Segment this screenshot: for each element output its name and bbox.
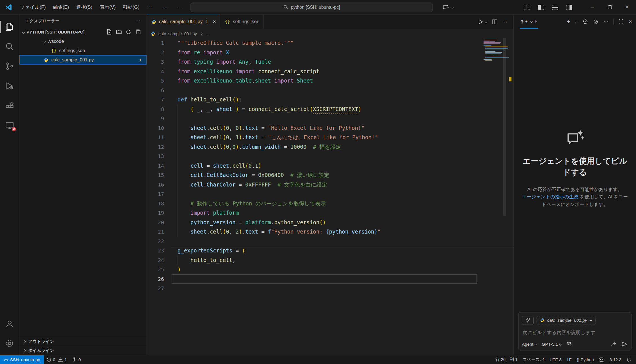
code-line-8[interactable]: 8 ( _, _, sheet ) = connect_calc_script(… [147, 105, 513, 114]
code-line-10[interactable]: 10 sheet.cell(0, 0).text = "Hello Excel … [147, 123, 513, 133]
timeline-section[interactable]: タイムライン [19, 346, 147, 355]
code-line-7[interactable]: 7def hello_to_cell(): [147, 95, 513, 105]
status-notifications[interactable] [624, 355, 634, 364]
generate-instructions-link[interactable]: エージェントの指示の生成 [522, 194, 579, 199]
remote-indicator[interactable]: >< SSH: ubuntu-pc [0, 355, 44, 364]
code-line-5[interactable]: 5from excellikeuno.table.sheet import Sh… [147, 76, 513, 86]
activity-search-icon[interactable] [0, 37, 19, 56]
explorer-more-actions[interactable]: ⋯ [135, 18, 141, 24]
chat-input-box[interactable]: calc_sample_001.py + 次にビルドする内容を説明します Age… [518, 312, 631, 350]
status-indentation[interactable]: スペース: 4 [520, 355, 547, 364]
chevron-down-icon[interactable] [575, 20, 578, 23]
status-language[interactable]: {} Python [574, 355, 596, 364]
send-icon[interactable] [621, 341, 628, 347]
status-cursor-position[interactable]: 行 26、列 1 [493, 355, 520, 364]
status-copilot-status[interactable] [596, 355, 607, 364]
code-line-4[interactable]: 4from excellikeuno import connect_calc_s… [147, 67, 513, 76]
attach-context-button[interactable] [522, 316, 534, 325]
maximize-button[interactable] [601, 0, 619, 15]
editor-scrollbar[interactable] [503, 38, 506, 216]
maximize-panel-icon[interactable] [619, 19, 624, 24]
code-line-11[interactable]: 11 sheet.cell(0, 1).text = "こんにちは、Excel … [147, 133, 513, 142]
history-icon[interactable] [582, 19, 588, 25]
activity-extensions-icon[interactable] [0, 96, 19, 116]
chat-input-placeholder[interactable]: 次にビルドする内容を説明します [522, 329, 627, 336]
breadcrumb-file[interactable]: calc_sample_001.py [158, 31, 197, 36]
code-line-25[interactable]: 25) [147, 265, 513, 274]
status-eol[interactable]: LF [564, 355, 574, 364]
customize-layout-icon[interactable] [524, 5, 530, 10]
activity-settings-icon[interactable] [0, 334, 19, 353]
code-line-18[interactable]: 18 # 動作している Python のバージョンを取得して表示 [147, 199, 513, 208]
minimap[interactable] [484, 40, 508, 64]
close-panel-icon[interactable]: ✕ [628, 19, 632, 24]
breadcrumbs[interactable]: calc_sample_001.py ... [147, 29, 513, 38]
breadcrumb-more[interactable]: ... [205, 31, 209, 36]
code-line-2[interactable]: 2from re import X [147, 48, 513, 57]
ports-indicator[interactable]: 0 [69, 355, 83, 364]
status-encoding[interactable]: UTF-8 [547, 355, 564, 364]
context-file-chip[interactable]: calc_sample_001.py + [537, 316, 596, 325]
activity-remote-explorer-icon[interactable]: ✕ [0, 116, 19, 135]
more-actions-icon[interactable]: ⋯ [502, 19, 508, 25]
back-button[interactable]: ← [163, 4, 169, 10]
menu-s[interactable]: 選択(S) [73, 2, 96, 12]
code-line-3[interactable]: 3from typing import Any, Tuple [147, 57, 513, 67]
activity-run-debug-icon[interactable] [0, 76, 19, 96]
code-line-14[interactable]: 14 cell = sheet.cell(0,1) [147, 161, 513, 171]
activity-explorer-icon[interactable] [0, 17, 19, 37]
code-line-20[interactable]: 20 python_version = platform.python_vers… [147, 218, 513, 227]
chat-more-actions[interactable]: ⋯ [603, 19, 609, 25]
chat-tab[interactable]: チャット [520, 15, 538, 29]
code-line-23[interactable]: 23g_exportedScripts = ( [147, 246, 513, 256]
code-line-1[interactable]: 1"""LibreOffice Calc sample macro.""" [147, 38, 513, 48]
collapse-all-icon[interactable] [135, 29, 141, 35]
close-button[interactable]: ✕ [619, 0, 636, 15]
tree-item-calc_sample_001-py[interactable]: calc_sample_001.py1 [19, 55, 147, 65]
code-line-27[interactable]: 27 [147, 284, 513, 293]
command-center-search[interactable]: python [SSH: ubuntu-pc] [190, 3, 433, 12]
code-line-13[interactable]: 13 [147, 152, 513, 161]
menu-v[interactable]: 表示(V) [96, 2, 119, 12]
menu-[interactable]: ⋯ [143, 2, 155, 12]
outline-section[interactable]: アウトライン [19, 337, 147, 346]
toggle-primary-sidebar-icon[interactable] [538, 5, 544, 10]
run-python-file-button[interactable] [478, 19, 487, 25]
code-editor[interactable]: 1"""LibreOffice Calc sample macro."""2fr… [147, 38, 513, 355]
activity-account-icon[interactable] [0, 314, 19, 334]
new-folder-icon[interactable] [116, 29, 122, 35]
menu-e[interactable]: 編集(E) [49, 2, 73, 12]
toggle-secondary-sidebar-icon[interactable] [566, 5, 572, 10]
code-line-24[interactable]: 24 hello_to_cell, [147, 256, 513, 265]
mode-picker[interactable]: Agent [522, 342, 537, 347]
menu-f[interactable]: ファイル(F) [16, 2, 49, 12]
forward-button[interactable]: → [176, 4, 182, 10]
code-line-22[interactable]: 22 [147, 237, 513, 246]
toggle-panel-icon[interactable] [552, 5, 558, 10]
tab-calc_sample_001-py[interactable]: calc_sample_001.py1✕ [147, 15, 220, 29]
minimize-button[interactable]: ─ [584, 0, 601, 15]
code-line-15[interactable]: 15 cell.CellBackColor = 0x006400 # 濃い緑に設… [147, 170, 513, 180]
code-line-6[interactable]: 6 [147, 86, 513, 95]
workspace-section-header[interactable]: PYTHON [SSH: UBUNTU-PC] [19, 27, 147, 37]
redo-arrow-icon[interactable] [611, 341, 617, 347]
copilot-menu-button[interactable] [442, 4, 453, 11]
code-line-16[interactable]: 16 cell.CharColor = 0xFFFFFF # 文字色を白に設定 [147, 180, 513, 190]
tree-item--vscode[interactable]: .vscode [19, 37, 147, 46]
split-editor-icon[interactable] [492, 19, 498, 25]
status-python-version[interactable]: 3.12.3 [607, 355, 624, 364]
tree-item-settings-json[interactable]: {}settings.json [19, 46, 147, 55]
code-line-17[interactable]: 17 [147, 189, 513, 199]
code-line-12[interactable]: 12 sheet.cell(0,0).column_width = 10000 … [147, 142, 513, 152]
gear-icon[interactable] [593, 19, 599, 25]
code-line-21[interactable]: 21 sheet.cell(0, 2).text = f"Python vers… [147, 227, 513, 237]
code-line-9[interactable]: 9 [147, 114, 513, 123]
model-picker[interactable]: GPT-5.1 [542, 342, 562, 347]
code-line-26[interactable]: 26 [147, 274, 513, 284]
code-line-19[interactable]: 19 import platform [147, 208, 513, 218]
tab-settings-json[interactable]: {}settings.json [220, 15, 264, 29]
activity-source-control-icon[interactable] [0, 56, 19, 76]
menu-g[interactable]: 移動(G) [119, 2, 143, 12]
problems-indicator[interactable]: 0 1 [44, 355, 70, 364]
tools-icon[interactable] [566, 341, 572, 347]
